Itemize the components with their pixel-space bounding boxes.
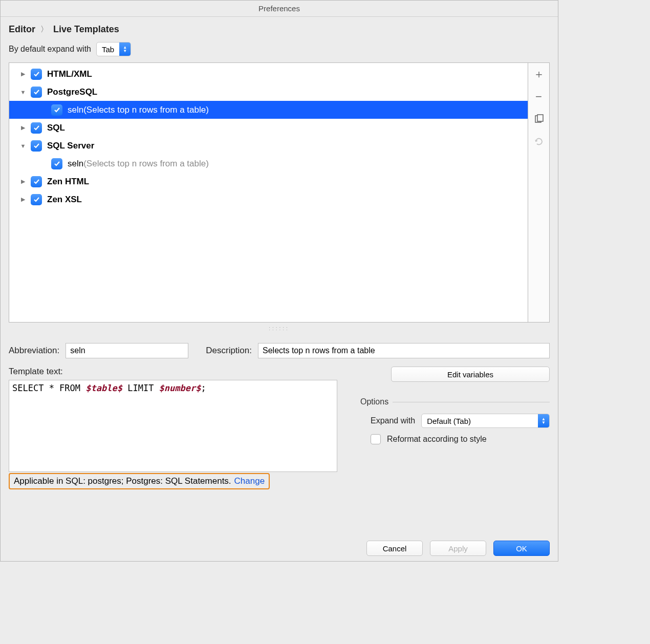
reformat-checkbox[interactable] <box>371 434 381 444</box>
checkbox[interactable] <box>31 194 42 205</box>
ok-button[interactable]: OK <box>493 541 550 556</box>
breadcrumb: Editor 〉 Live Templates <box>9 24 550 35</box>
svg-rect-1 <box>537 115 543 121</box>
description-label: Description: <box>206 346 252 356</box>
description-input[interactable] <box>258 343 550 358</box>
tree-item[interactable]: seln (Selects top n rows from a table) <box>9 101 528 119</box>
apply-button: Apply <box>430 541 486 556</box>
group-label: SQL <box>47 123 65 133</box>
group-label: SQL Server <box>47 141 94 151</box>
tree-group[interactable]: ▶SQL <box>9 119 528 137</box>
checkbox[interactable] <box>31 87 42 98</box>
updown-arrows-icon: ▲▼ <box>119 42 131 56</box>
template-desc: (Selects top n rows from a table) <box>83 159 209 169</box>
group-label: HTML/XML <box>47 69 92 79</box>
change-context-link[interactable]: Change <box>234 476 265 486</box>
revert-button <box>531 134 547 150</box>
checkbox[interactable] <box>31 176 42 187</box>
remove-button[interactable]: − <box>531 89 547 105</box>
abbreviation-label: Abbreviation: <box>9 346 59 356</box>
abbreviation-input[interactable] <box>66 343 188 358</box>
edit-variables-button[interactable]: Edit variables <box>391 367 550 382</box>
breadcrumb-parent[interactable]: Editor <box>9 24 35 35</box>
expand-with-select[interactable]: Default (Tab) ▲▼ <box>421 414 550 428</box>
template-tree[interactable]: ▶HTML/XML▼PostgreSQLseln (Selects top n … <box>9 62 528 323</box>
chevron-down-icon[interactable]: ▼ <box>18 88 28 97</box>
copy-icon <box>534 114 544 124</box>
tree-item[interactable]: seln (Selects top n rows from a table) <box>9 155 528 173</box>
chevron-right-icon[interactable]: ▶ <box>18 195 28 204</box>
options-label: Options <box>360 397 388 406</box>
expand-default-select[interactable]: Tab ▲▼ <box>96 42 131 56</box>
undo-icon <box>534 137 544 147</box>
tree-group[interactable]: ▶HTML/XML <box>9 65 528 83</box>
checkbox[interactable] <box>51 158 62 169</box>
window-title: Preferences <box>1 1 558 17</box>
tree-group[interactable]: ▼SQL Server <box>9 137 528 155</box>
applicable-context: Applicable in SQL: postgres; Postgres: S… <box>9 473 270 489</box>
resize-grip[interactable]: :::::: <box>9 326 550 331</box>
chevron-right-icon[interactable]: ▶ <box>18 70 28 79</box>
group-label: PostgreSQL <box>47 87 97 97</box>
checkbox[interactable] <box>51 104 62 116</box>
tree-group[interactable]: ▶Zen XSL <box>9 190 528 208</box>
chevron-right-icon[interactable]: ▶ <box>18 177 28 186</box>
breadcrumb-current: Live Templates <box>53 24 119 35</box>
tree-group[interactable]: ▼PostgreSQL <box>9 83 528 101</box>
expand-with-label: Expand with <box>371 416 415 425</box>
template-abbr: seln <box>68 159 83 169</box>
tree-group[interactable]: ▶Zen HTML <box>9 173 528 190</box>
template-text-input[interactable]: SELECT * FROM $table$ LIMIT $number$; <box>9 380 337 472</box>
updown-arrows-icon: ▲▼ <box>538 414 549 427</box>
checkbox[interactable] <box>31 69 42 80</box>
minus-icon: − <box>535 90 542 103</box>
duplicate-button[interactable] <box>531 111 547 127</box>
group-label: Zen HTML <box>47 177 89 187</box>
template-text-label: Template text: <box>9 367 346 377</box>
plus-icon: ＋ <box>533 67 545 82</box>
add-button[interactable]: ＋ <box>531 66 547 82</box>
cancel-button[interactable]: Cancel <box>366 541 423 556</box>
template-desc: (Selects top n rows from a table) <box>83 105 209 115</box>
expand-default-label: By default expand with <box>9 45 91 54</box>
chevron-right-icon: 〉 <box>40 25 48 34</box>
checkbox[interactable] <box>31 140 42 152</box>
chevron-right-icon[interactable]: ▶ <box>18 123 28 133</box>
group-label: Zen XSL <box>47 195 82 205</box>
chevron-down-icon[interactable]: ▼ <box>18 141 28 151</box>
checkbox[interactable] <box>31 122 42 134</box>
reformat-label: Reformat according to style <box>387 435 487 444</box>
template-abbr: seln <box>68 105 83 115</box>
